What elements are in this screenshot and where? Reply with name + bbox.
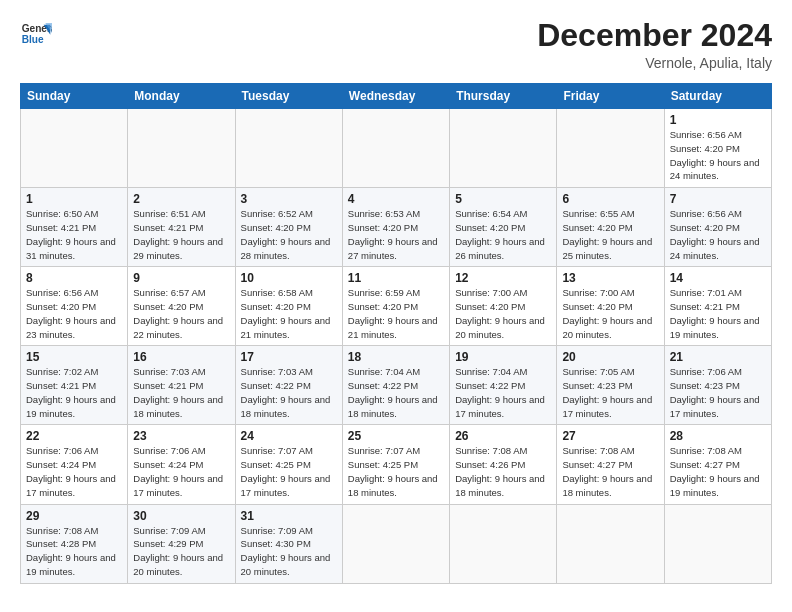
day-number: 1 — [670, 113, 766, 127]
day-number: 8 — [26, 271, 122, 285]
table-row: 28Sunrise: 7:08 AMSunset: 4:27 PMDayligh… — [664, 425, 771, 504]
day-number: 1 — [26, 192, 122, 206]
day-number: 26 — [455, 429, 551, 443]
table-row: 7Sunrise: 6:56 AMSunset: 4:20 PMDaylight… — [664, 188, 771, 267]
table-row — [21, 109, 128, 188]
table-row: 17Sunrise: 7:03 AMSunset: 4:22 PMDayligh… — [235, 346, 342, 425]
table-row: 6Sunrise: 6:55 AMSunset: 4:20 PMDaylight… — [557, 188, 664, 267]
day-info: Sunrise: 7:08 AMSunset: 4:27 PMDaylight:… — [562, 444, 658, 499]
table-row: 4Sunrise: 6:53 AMSunset: 4:20 PMDaylight… — [342, 188, 449, 267]
day-number: 21 — [670, 350, 766, 364]
day-number: 6 — [562, 192, 658, 206]
col-tuesday: Tuesday — [235, 84, 342, 109]
table-row — [128, 109, 235, 188]
table-row: 2Sunrise: 6:51 AMSunset: 4:21 PMDaylight… — [128, 188, 235, 267]
day-number: 2 — [133, 192, 229, 206]
table-row: 24Sunrise: 7:07 AMSunset: 4:25 PMDayligh… — [235, 425, 342, 504]
calendar-header-row: Sunday Monday Tuesday Wednesday Thursday… — [21, 84, 772, 109]
table-row: 25Sunrise: 7:07 AMSunset: 4:25 PMDayligh… — [342, 425, 449, 504]
table-row — [342, 504, 449, 583]
table-row: 10Sunrise: 6:58 AMSunset: 4:20 PMDayligh… — [235, 267, 342, 346]
day-number: 4 — [348, 192, 444, 206]
day-info: Sunrise: 6:55 AMSunset: 4:20 PMDaylight:… — [562, 207, 658, 262]
table-row: 5Sunrise: 6:54 AMSunset: 4:20 PMDaylight… — [450, 188, 557, 267]
day-info: Sunrise: 7:01 AMSunset: 4:21 PMDaylight:… — [670, 286, 766, 341]
table-row: 30Sunrise: 7:09 AMSunset: 4:29 PMDayligh… — [128, 504, 235, 583]
day-info: Sunrise: 6:50 AMSunset: 4:21 PMDaylight:… — [26, 207, 122, 262]
day-info: Sunrise: 7:03 AMSunset: 4:22 PMDaylight:… — [241, 365, 337, 420]
day-info: Sunrise: 6:56 AMSunset: 4:20 PMDaylight:… — [26, 286, 122, 341]
table-row: 11Sunrise: 6:59 AMSunset: 4:20 PMDayligh… — [342, 267, 449, 346]
table-row — [450, 504, 557, 583]
day-info: Sunrise: 7:07 AMSunset: 4:25 PMDaylight:… — [348, 444, 444, 499]
table-row: 16Sunrise: 7:03 AMSunset: 4:21 PMDayligh… — [128, 346, 235, 425]
table-row: 22Sunrise: 7:06 AMSunset: 4:24 PMDayligh… — [21, 425, 128, 504]
day-info: Sunrise: 7:08 AMSunset: 4:27 PMDaylight:… — [670, 444, 766, 499]
table-row: 8Sunrise: 6:56 AMSunset: 4:20 PMDaylight… — [21, 267, 128, 346]
day-number: 24 — [241, 429, 337, 443]
table-row — [557, 109, 664, 188]
table-row — [450, 109, 557, 188]
day-number: 18 — [348, 350, 444, 364]
day-number: 25 — [348, 429, 444, 443]
day-info: Sunrise: 7:00 AMSunset: 4:20 PMDaylight:… — [562, 286, 658, 341]
day-number: 23 — [133, 429, 229, 443]
table-row — [235, 109, 342, 188]
day-info: Sunrise: 7:04 AMSunset: 4:22 PMDaylight:… — [348, 365, 444, 420]
col-saturday: Saturday — [664, 84, 771, 109]
table-row: 12Sunrise: 7:00 AMSunset: 4:20 PMDayligh… — [450, 267, 557, 346]
day-info: Sunrise: 6:56 AMSunset: 4:20 PMDaylight:… — [670, 128, 766, 183]
table-row: 29Sunrise: 7:08 AMSunset: 4:28 PMDayligh… — [21, 504, 128, 583]
day-info: Sunrise: 6:54 AMSunset: 4:20 PMDaylight:… — [455, 207, 551, 262]
svg-text:Blue: Blue — [22, 34, 44, 45]
table-row: 18Sunrise: 7:04 AMSunset: 4:22 PMDayligh… — [342, 346, 449, 425]
day-number: 3 — [241, 192, 337, 206]
page: General Blue December 2024 Vernole, Apul… — [0, 0, 792, 594]
day-number: 14 — [670, 271, 766, 285]
table-row: 13Sunrise: 7:00 AMSunset: 4:20 PMDayligh… — [557, 267, 664, 346]
table-row: 3Sunrise: 6:52 AMSunset: 4:20 PMDaylight… — [235, 188, 342, 267]
table-row: 21Sunrise: 7:06 AMSunset: 4:23 PMDayligh… — [664, 346, 771, 425]
day-number: 12 — [455, 271, 551, 285]
day-info: Sunrise: 7:06 AMSunset: 4:23 PMDaylight:… — [670, 365, 766, 420]
day-info: Sunrise: 7:08 AMSunset: 4:28 PMDaylight:… — [26, 524, 122, 579]
day-info: Sunrise: 7:08 AMSunset: 4:26 PMDaylight:… — [455, 444, 551, 499]
day-info: Sunrise: 7:06 AMSunset: 4:24 PMDaylight:… — [133, 444, 229, 499]
header: General Blue December 2024 Vernole, Apul… — [20, 18, 772, 71]
calendar-table: Sunday Monday Tuesday Wednesday Thursday… — [20, 83, 772, 583]
day-info: Sunrise: 7:05 AMSunset: 4:23 PMDaylight:… — [562, 365, 658, 420]
table-row: 31Sunrise: 7:09 AMSunset: 4:30 PMDayligh… — [235, 504, 342, 583]
col-monday: Monday — [128, 84, 235, 109]
day-info: Sunrise: 7:00 AMSunset: 4:20 PMDaylight:… — [455, 286, 551, 341]
table-row: 27Sunrise: 7:08 AMSunset: 4:27 PMDayligh… — [557, 425, 664, 504]
table-row: 20Sunrise: 7:05 AMSunset: 4:23 PMDayligh… — [557, 346, 664, 425]
col-friday: Friday — [557, 84, 664, 109]
day-number: 9 — [133, 271, 229, 285]
day-info: Sunrise: 7:02 AMSunset: 4:21 PMDaylight:… — [26, 365, 122, 420]
day-number: 16 — [133, 350, 229, 364]
day-number: 28 — [670, 429, 766, 443]
day-number: 22 — [26, 429, 122, 443]
day-number: 19 — [455, 350, 551, 364]
col-thursday: Thursday — [450, 84, 557, 109]
table-row — [664, 504, 771, 583]
day-number: 10 — [241, 271, 337, 285]
day-info: Sunrise: 6:51 AMSunset: 4:21 PMDaylight:… — [133, 207, 229, 262]
day-info: Sunrise: 7:09 AMSunset: 4:29 PMDaylight:… — [133, 524, 229, 579]
day-number: 27 — [562, 429, 658, 443]
day-number: 7 — [670, 192, 766, 206]
table-row: 26Sunrise: 7:08 AMSunset: 4:26 PMDayligh… — [450, 425, 557, 504]
day-info: Sunrise: 6:58 AMSunset: 4:20 PMDaylight:… — [241, 286, 337, 341]
table-row: 9Sunrise: 6:57 AMSunset: 4:20 PMDaylight… — [128, 267, 235, 346]
day-number: 31 — [241, 509, 337, 523]
table-row: 1Sunrise: 6:56 AMSunset: 4:20 PMDaylight… — [664, 109, 771, 188]
col-sunday: Sunday — [21, 84, 128, 109]
month-title: December 2024 — [537, 18, 772, 53]
day-info: Sunrise: 7:07 AMSunset: 4:25 PMDaylight:… — [241, 444, 337, 499]
logo-icon: General Blue — [20, 18, 52, 50]
col-wednesday: Wednesday — [342, 84, 449, 109]
day-info: Sunrise: 6:52 AMSunset: 4:20 PMDaylight:… — [241, 207, 337, 262]
day-info: Sunrise: 7:04 AMSunset: 4:22 PMDaylight:… — [455, 365, 551, 420]
table-row: 19Sunrise: 7:04 AMSunset: 4:22 PMDayligh… — [450, 346, 557, 425]
day-number: 29 — [26, 509, 122, 523]
